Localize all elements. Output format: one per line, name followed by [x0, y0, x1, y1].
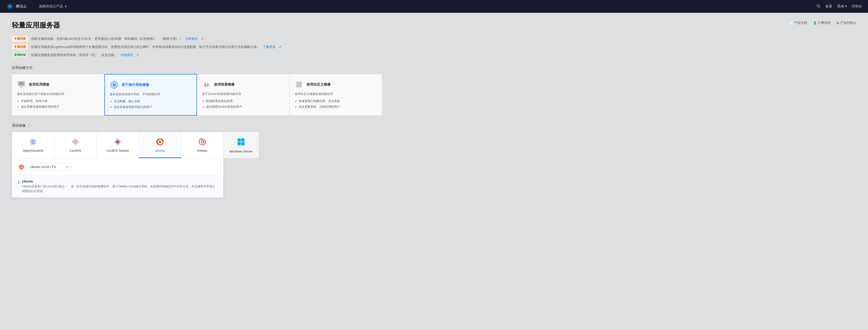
info-icon: ⓘ: [27, 124, 30, 128]
promo-badge-1: 专属优惠: [12, 36, 28, 41]
new-badge-3: 新增地域: [12, 52, 28, 58]
billing-icon: 💲: [813, 21, 817, 25]
beian-link[interactable]: 备案: [826, 4, 832, 9]
svg-rect-17: [296, 81, 302, 88]
creation-card-container-image[interactable]: 使用容器镜像 基于Docker容器镜像构建应用 快速部署容器化应用 适合熟悉Do…: [197, 74, 289, 116]
other-products-label: 选购其他云产品: [39, 4, 63, 9]
check-list-4: 快速复制已构建应用，灵活高效 适合需要复制、迁移应用的用户: [294, 99, 377, 109]
ubuntu-icon: [155, 137, 165, 147]
svg-point-32: [159, 138, 160, 139]
creation-card-os-image[interactable]: 基于操作系统镜像 服务器提供纯操作系统，手动搭建应用 灵活构建，随心所欲 适合具…: [104, 74, 197, 116]
notice-link-1[interactable]: 立即前往: [185, 37, 198, 41]
svg-rect-18: [297, 82, 299, 84]
doc-icon: 📄: [789, 21, 793, 25]
check-item-2-2: 适合具备较强技术能力的用户: [110, 105, 191, 109]
svg-rect-12: [204, 84, 210, 87]
check-list-3: 快速部署容器化应用 适合熟悉Docker容器的用户: [202, 99, 284, 109]
version-select-wrap: Ubuntu 24.04 LTS Ubuntu 22.04 LTS Ubuntu…: [18, 163, 71, 170]
notice-item-3: 新增地域 轻量应用服务器新增圣保罗地域（圣保罗一区），欢迎选购。 详情参见 ↗: [12, 52, 382, 58]
svg-point-1: [10, 7, 11, 8]
os-panel: OpenCloudOS: [12, 132, 223, 198]
doc-link[interactable]: 📄 产品文档: [789, 21, 807, 25]
svg-rect-5: [20, 82, 23, 85]
os-selector-row: OpenCloudOS: [12, 132, 382, 198]
tab-label-ubuntu: Ubuntu: [155, 149, 165, 153]
chevron-down-icon: ▾: [65, 4, 67, 8]
svg-point-9: [114, 84, 115, 86]
svg-rect-16: [207, 85, 209, 86]
card-title-1: 使用应用模板: [29, 82, 50, 87]
notice-item-1: 专属优惠 搭建专属游戏服，热卖4核16G低至72元/月，更享最低1.6折续费，即…: [12, 36, 382, 41]
check-item-1-1: 开箱即用，简单方便: [17, 99, 99, 103]
external-link-icon-1: ↗: [201, 37, 204, 40]
top-right-nav: 备案 墨弟 ▾ 控制台: [816, 4, 862, 9]
opencloudos-icon: [28, 137, 38, 147]
os-info-content: Ubuntu Ubuntu是最热门的Linux发行版之一，是一款开放源代码的免费…: [22, 179, 217, 194]
os-image-icon: [110, 80, 119, 89]
other-products-menu[interactable]: 选购其他云产品 ▾: [39, 4, 67, 9]
svg-point-39: [21, 165, 22, 165]
tab-ubuntu[interactable]: Ubuntu: [139, 132, 181, 158]
logo-text: 腾讯云: [16, 4, 27, 9]
page-content: 📄 产品文档 💲 计费说明 ⊞ 产品控制台 轻量应用服务器 专属优惠 搭建专属游…: [0, 13, 394, 205]
ubuntu-small-icon: [18, 164, 25, 170]
os-info-title: Ubuntu: [22, 179, 217, 183]
windows-server-label: Windows Server: [229, 150, 253, 153]
svg-rect-13: [205, 82, 206, 84]
check-list-2: 灵活构建，随心所欲 适合具备较强技术能力的用户: [110, 99, 191, 109]
svg-point-24: [117, 141, 119, 143]
tab-label-centos-stream: CentOS Stream: [106, 149, 129, 153]
svg-point-37: [21, 166, 22, 168]
notice-text-3: 轻量应用服务器新增圣保罗地域（圣保罗一区），欢迎选购。: [31, 53, 117, 57]
card-desc-4: 使用自定义镜像快速构建应用: [294, 92, 377, 96]
tab-label-opencloudos: OpenCloudOS: [23, 149, 43, 153]
creation-methods-grid: 使用应用模板 服务器创建后基于模板自动构建应用 开箱即用，简单方便 适合需要快速…: [12, 74, 382, 116]
notice-link-3[interactable]: 详情参见: [120, 53, 133, 57]
notice-list: 专属优惠 搭建专属游戏服，热卖4核16G低至72元/月，更享最低1.6折续费，即…: [12, 36, 382, 58]
tab-debian[interactable]: Debian: [181, 132, 223, 158]
search-icon[interactable]: [816, 4, 820, 9]
app-template-icon: [17, 80, 26, 89]
svg-point-34: [162, 143, 163, 144]
card-title-3: 使用容器镜像: [214, 82, 235, 87]
svg-point-2: [817, 4, 819, 7]
svg-point-33: [159, 144, 160, 146]
svg-rect-15: [205, 85, 206, 86]
notice-text-2: 轻量应用服务器Lighthouse跨境电商用户专属优惠活动，免费提供固定独立的公…: [31, 45, 260, 49]
card-header-4: 使用自定义镜像: [294, 80, 377, 89]
logo[interactable]: 腾讯云: [6, 2, 27, 10]
notice-item-2: 专属优惠 轻量应用服务器Lighthouse跨境电商用户专属优惠活动，免费提供固…: [12, 44, 382, 50]
tab-label-centos: CentOS: [70, 149, 81, 153]
tab-windows-server[interactable]: Windows Server: [223, 132, 259, 158]
svg-rect-20: [297, 85, 299, 87]
external-link-icon-2: ↗: [279, 45, 281, 49]
page-title: 轻量应用服务器: [12, 21, 382, 30]
nav-divider: [33, 4, 33, 9]
check-item-2-1: 灵活构建，随心所欲: [110, 99, 191, 103]
svg-rect-45: [241, 138, 244, 142]
centos-icon: [70, 137, 80, 147]
notice-text-1: 搭建专属游戏服，热卖4核16G低至72元/月，更享最低1.6折续费，即刻畅玩《幻…: [31, 37, 182, 41]
version-select[interactable]: Ubuntu 24.04 LTS Ubuntu 22.04 LTS Ubuntu…: [27, 163, 71, 170]
notice-link-2[interactable]: 了解更多: [263, 45, 276, 49]
tab-opencloudos[interactable]: OpenCloudOS: [12, 132, 54, 158]
external-link-icon-3: ↗: [136, 53, 139, 57]
os-info-row: ℹ Ubuntu Ubuntu是最热门的Linux发行版之一，是一款开放源代码的…: [12, 175, 223, 197]
tab-centos-stream[interactable]: CentOS Stream: [97, 132, 139, 158]
card-header-1: 使用应用模板: [17, 80, 99, 89]
billing-link[interactable]: 💲 计费说明: [813, 21, 831, 25]
svg-point-0: [9, 7, 9, 8]
tab-label-debian: Debian: [197, 149, 207, 153]
creation-card-custom-image[interactable]: 使用自定义镜像 使用自定义镜像快速构建应用 快速复制已构建应用，灵活高效 适合需…: [289, 74, 382, 116]
tab-centos[interactable]: CentOS: [54, 132, 97, 158]
card-header-3: 使用容器镜像: [202, 80, 284, 89]
console-icon: ⊞: [836, 21, 839, 25]
debian-icon: [197, 137, 207, 147]
windows-icon: [236, 137, 246, 147]
creation-card-app-template[interactable]: 使用应用模板 服务器创建后基于模板自动构建应用 开箱即用，简单方便 适合需要快速…: [12, 74, 104, 116]
svg-point-41: [23, 167, 24, 168]
console-action-link[interactable]: ⊞ 产品控制台: [836, 21, 856, 25]
console-link[interactable]: 控制台: [852, 4, 862, 9]
modi-menu[interactable]: 墨弟 ▾: [837, 4, 847, 9]
svg-rect-47: [241, 142, 244, 145]
